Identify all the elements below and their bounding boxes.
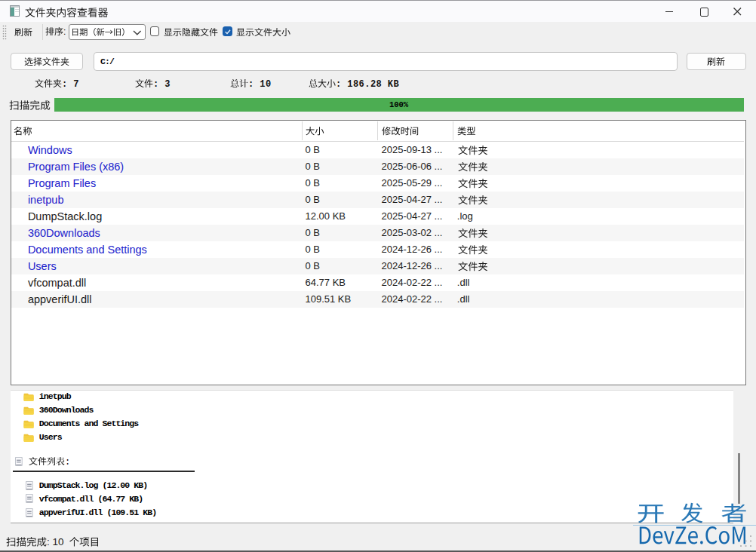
svg-text:: 10: : 10 — [248, 79, 272, 90]
svg-text:: 3: : 3 — [153, 79, 171, 90]
svg-text::: : — [65, 457, 70, 468]
svg-text:: 186.28 KB: : 186.28 KB — [336, 79, 399, 90]
svg-text:: 10: : 10 — [47, 536, 64, 547]
svg-text::: : — [63, 26, 66, 37]
svg-text:: 7: : 7 — [62, 79, 79, 90]
